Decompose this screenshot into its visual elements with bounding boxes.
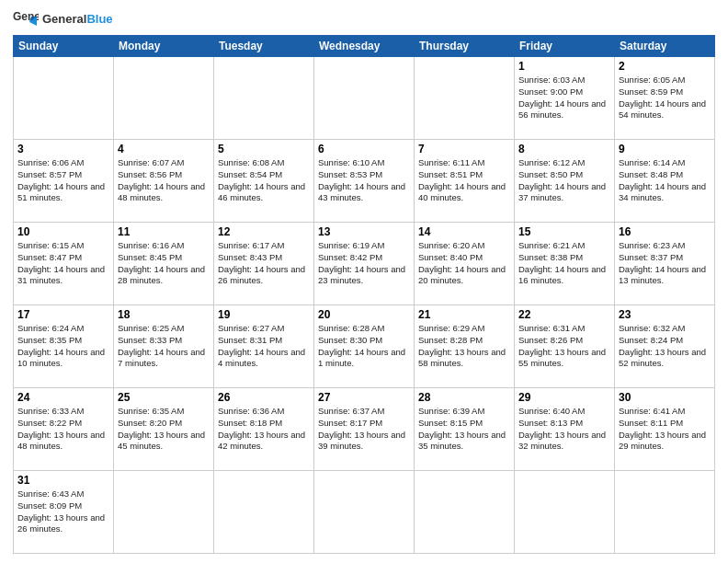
day-info: Sunrise: 6:41 AM Sunset: 8:11 PM Dayligh… [619, 406, 711, 453]
day-number: 3 [17, 143, 109, 155]
calendar-cell: 17Sunrise: 6:24 AM Sunset: 8:35 PM Dayli… [14, 305, 114, 388]
calendar-cell: 27Sunrise: 6:37 AM Sunset: 8:17 PM Dayli… [314, 388, 415, 471]
calendar-cell [214, 57, 314, 140]
calendar-cell: 11Sunrise: 6:16 AM Sunset: 8:45 PM Dayli… [114, 223, 214, 305]
calendar-cell: 21Sunrise: 6:29 AM Sunset: 8:28 PM Dayli… [415, 305, 515, 388]
day-info: Sunrise: 6:27 AM Sunset: 8:31 PM Dayligh… [218, 323, 310, 370]
calendar-cell: 18Sunrise: 6:25 AM Sunset: 8:33 PM Dayli… [114, 305, 214, 388]
calendar-cell [114, 57, 214, 140]
calendar-cell: 16Sunrise: 6:23 AM Sunset: 8:37 PM Dayli… [615, 223, 715, 305]
day-info: Sunrise: 6:29 AM Sunset: 8:28 PM Dayligh… [418, 323, 510, 370]
day-number: 26 [218, 391, 310, 404]
calendar-header-wednesday: Wednesday [314, 36, 415, 57]
calendar-cell: 3Sunrise: 6:06 AM Sunset: 8:57 PM Daylig… [14, 140, 114, 223]
day-info: Sunrise: 6:10 AM Sunset: 8:53 PM Dayligh… [318, 157, 410, 204]
day-info: Sunrise: 6:40 AM Sunset: 8:13 PM Dayligh… [518, 406, 610, 453]
calendar-week-4: 17Sunrise: 6:24 AM Sunset: 8:35 PM Dayli… [14, 305, 715, 388]
calendar-table: SundayMondayTuesdayWednesdayThursdayFrid… [13, 35, 715, 554]
day-info: Sunrise: 6:14 AM Sunset: 8:48 PM Dayligh… [619, 157, 711, 204]
calendar-cell: 2Sunrise: 6:05 AM Sunset: 8:59 PM Daylig… [615, 57, 715, 140]
day-info: Sunrise: 6:20 AM Sunset: 8:40 PM Dayligh… [418, 240, 510, 287]
calendar-cell: 14Sunrise: 6:20 AM Sunset: 8:40 PM Dayli… [415, 223, 515, 305]
day-info: Sunrise: 6:36 AM Sunset: 8:18 PM Dayligh… [218, 406, 310, 453]
day-number: 23 [619, 308, 711, 321]
day-info: Sunrise: 6:17 AM Sunset: 8:43 PM Dayligh… [218, 240, 310, 287]
day-info: Sunrise: 6:08 AM Sunset: 8:54 PM Dayligh… [218, 157, 310, 204]
generalblue-logo-icon: General [13, 9, 39, 29]
calendar-cell: 13Sunrise: 6:19 AM Sunset: 8:42 PM Dayli… [314, 223, 415, 305]
day-info: Sunrise: 6:39 AM Sunset: 8:15 PM Dayligh… [418, 406, 510, 453]
calendar-cell [415, 471, 515, 554]
calendar-week-2: 3Sunrise: 6:06 AM Sunset: 8:57 PM Daylig… [14, 140, 715, 223]
logo-text-blue: Blue [86, 12, 112, 26]
day-info: Sunrise: 6:35 AM Sunset: 8:20 PM Dayligh… [118, 406, 210, 453]
day-number: 19 [218, 308, 310, 321]
day-info: Sunrise: 6:11 AM Sunset: 8:51 PM Dayligh… [418, 157, 510, 204]
day-number: 25 [118, 391, 210, 404]
calendar-cell: 5Sunrise: 6:08 AM Sunset: 8:54 PM Daylig… [214, 140, 314, 223]
day-number: 22 [518, 308, 610, 321]
day-number: 27 [318, 391, 410, 404]
calendar-cell: 9Sunrise: 6:14 AM Sunset: 8:48 PM Daylig… [615, 140, 715, 223]
logo-text-general: General [42, 12, 86, 26]
day-info: Sunrise: 6:06 AM Sunset: 8:57 PM Dayligh… [17, 157, 109, 204]
calendar-cell [314, 471, 415, 554]
calendar-cell: 31Sunrise: 6:43 AM Sunset: 8:09 PM Dayli… [14, 471, 114, 554]
calendar-cell: 15Sunrise: 6:21 AM Sunset: 8:38 PM Dayli… [515, 223, 615, 305]
day-number: 10 [17, 225, 109, 238]
day-number: 28 [418, 391, 510, 404]
day-info: Sunrise: 6:24 AM Sunset: 8:35 PM Dayligh… [17, 323, 109, 370]
day-number: 29 [518, 391, 610, 404]
day-number: 9 [619, 143, 711, 155]
day-number: 24 [17, 391, 109, 404]
day-number: 14 [418, 225, 510, 238]
day-info: Sunrise: 6:43 AM Sunset: 8:09 PM Dayligh… [17, 488, 109, 535]
day-info: Sunrise: 6:37 AM Sunset: 8:17 PM Dayligh… [318, 406, 410, 453]
calendar-cell [515, 471, 615, 554]
calendar-cell [114, 471, 214, 554]
day-number: 4 [118, 143, 210, 155]
day-number: 31 [17, 474, 109, 487]
day-info: Sunrise: 6:19 AM Sunset: 8:42 PM Dayligh… [318, 240, 410, 287]
calendar-cell: 8Sunrise: 6:12 AM Sunset: 8:50 PM Daylig… [515, 140, 615, 223]
calendar-cell [615, 471, 715, 554]
calendar-cell: 10Sunrise: 6:15 AM Sunset: 8:47 PM Dayli… [14, 223, 114, 305]
calendar-week-3: 10Sunrise: 6:15 AM Sunset: 8:47 PM Dayli… [14, 223, 715, 305]
calendar-cell [415, 57, 515, 140]
logo: General GeneralBlue [13, 9, 113, 29]
calendar-cell [14, 57, 114, 140]
day-number: 15 [518, 225, 610, 238]
day-number: 20 [318, 308, 410, 321]
calendar-cell: 20Sunrise: 6:28 AM Sunset: 8:30 PM Dayli… [314, 305, 415, 388]
day-number: 13 [318, 225, 410, 238]
calendar-header-sunday: Sunday [14, 36, 114, 57]
day-info: Sunrise: 6:28 AM Sunset: 8:30 PM Dayligh… [318, 323, 410, 370]
calendar-header-tuesday: Tuesday [214, 36, 314, 57]
calendar-week-5: 24Sunrise: 6:33 AM Sunset: 8:22 PM Dayli… [14, 388, 715, 471]
calendar-cell: 12Sunrise: 6:17 AM Sunset: 8:43 PM Dayli… [214, 223, 314, 305]
day-number: 6 [318, 143, 410, 155]
day-info: Sunrise: 6:03 AM Sunset: 9:00 PM Dayligh… [518, 75, 610, 121]
calendar-cell [214, 471, 314, 554]
day-number: 7 [418, 143, 510, 155]
page-header: General GeneralBlue [13, 9, 715, 29]
day-info: Sunrise: 6:15 AM Sunset: 8:47 PM Dayligh… [17, 240, 109, 287]
calendar-cell: 30Sunrise: 6:41 AM Sunset: 8:11 PM Dayli… [615, 388, 715, 471]
calendar-cell: 24Sunrise: 6:33 AM Sunset: 8:22 PM Dayli… [14, 388, 114, 471]
day-info: Sunrise: 6:16 AM Sunset: 8:45 PM Dayligh… [118, 240, 210, 287]
calendar-cell: 26Sunrise: 6:36 AM Sunset: 8:18 PM Dayli… [214, 388, 314, 471]
day-info: Sunrise: 6:07 AM Sunset: 8:56 PM Dayligh… [118, 157, 210, 204]
calendar-cell: 6Sunrise: 6:10 AM Sunset: 8:53 PM Daylig… [314, 140, 415, 223]
calendar-header-row: SundayMondayTuesdayWednesdayThursdayFrid… [14, 36, 715, 57]
calendar-week-6: 31Sunrise: 6:43 AM Sunset: 8:09 PM Dayli… [14, 471, 715, 554]
calendar-week-1: 1Sunrise: 6:03 AM Sunset: 9:00 PM Daylig… [14, 57, 715, 140]
calendar-cell: 7Sunrise: 6:11 AM Sunset: 8:51 PM Daylig… [415, 140, 515, 223]
calendar-cell: 23Sunrise: 6:32 AM Sunset: 8:24 PM Dayli… [615, 305, 715, 388]
calendar-cell: 4Sunrise: 6:07 AM Sunset: 8:56 PM Daylig… [114, 140, 214, 223]
calendar-header-monday: Monday [114, 36, 214, 57]
day-number: 2 [619, 60, 711, 73]
day-number: 11 [118, 225, 210, 238]
calendar-cell: 28Sunrise: 6:39 AM Sunset: 8:15 PM Dayli… [415, 388, 515, 471]
calendar-header-friday: Friday [515, 36, 615, 57]
day-number: 21 [418, 308, 510, 321]
